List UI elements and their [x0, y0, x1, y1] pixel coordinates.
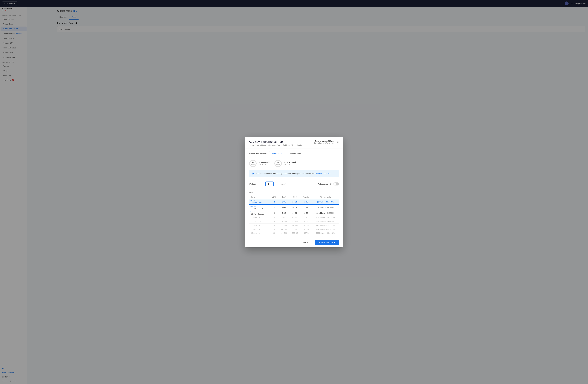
- modal-header-right: Total price: $3.00/mo* *For workers on a…: [314, 140, 339, 144]
- modal-close-button[interactable]: ×: [336, 140, 339, 144]
- col-ssd: SSD: [289, 195, 301, 199]
- tariff-name: Free trialKC Start Light +: [249, 205, 270, 210]
- tariff-cell: 8: [270, 223, 279, 227]
- tariff-cell: 1 GiB: [279, 199, 289, 205]
- modal-body: Worker Pool location: Public cloud 🛡 Pri…: [245, 148, 343, 238]
- autoscaling-value: Off: [330, 183, 332, 185]
- tariff-cell: 600 GB: [289, 227, 301, 231]
- modal-footer: CANCEL ADD NODE POOL: [245, 238, 343, 247]
- tariff-price-cell: $10.00/mo ≈ $0.0149/hr: [312, 205, 339, 210]
- col-transfer: Transfer: [301, 195, 312, 199]
- col-ram: RAM: [279, 195, 289, 199]
- modal-price-note: *For workers on a Public Cloud: [314, 142, 335, 144]
- tariff-name: KC Smart S: [249, 223, 270, 227]
- tariff-price-cell: $150.00/mo ≈ $0.2232/hr: [312, 223, 339, 227]
- workers-increment-button[interactable]: +: [275, 182, 279, 186]
- modal-price-info: Total price: $3.00/mo* *For workers on a…: [314, 140, 335, 144]
- ip-circle: 0% USED: [274, 159, 282, 167]
- col-name: Name: [249, 195, 270, 199]
- modal-header: Add new Kubernetes Pool Here you can add…: [245, 137, 343, 148]
- modal-header-left: Add new Kubernetes Pool Here you can add…: [249, 140, 302, 146]
- info-gear-icon: ⚙: [252, 172, 254, 175]
- workers-decrement-button[interactable]: −: [260, 182, 264, 186]
- vcpu-stat: 0% USED vCPUs avail.: 140 of 140: [249, 159, 271, 167]
- info-banner: ⚙ Number of workers is limited for your …: [249, 170, 339, 177]
- vcpu-circle: 0% USED: [249, 159, 257, 167]
- workers-max: max. 10: [280, 183, 286, 185]
- tariff-row[interactable]: Free trialKC Start Light +22 GiB50 GB2 T…: [249, 205, 339, 210]
- modal-overlay[interactable]: Add new Kubernetes Pool Here you can add…: [0, 0, 588, 384]
- tariff-cell: 2 GiB: [279, 205, 289, 210]
- autoscaling-toggle[interactable]: [334, 182, 339, 185]
- modal-total-price: Total price: $3.00/mo*: [314, 140, 335, 142]
- tariff-price-cell: $3.00/mo ≈ $0.0045/hr: [312, 199, 339, 205]
- tariff-price-cell: $320.00/mo ≈ $0.4762/hr: [312, 231, 339, 235]
- add-node-pool-button[interactable]: ADD NODE POOL: [315, 240, 339, 245]
- tariff-name: Free trialKC Start Light: [249, 199, 270, 205]
- ip-used-pct: 0% USED: [276, 162, 280, 165]
- tariff-cell: 4: [270, 216, 279, 220]
- tariff-table: Name vCPU RAM SSD Transfer Price per wor…: [249, 195, 339, 235]
- workers-label: Workers:: [249, 183, 258, 185]
- tariff-cell: 16 GiB: [279, 220, 289, 223]
- stats-row: 0% USED vCPUs avail.: 140 of 140: [249, 159, 339, 167]
- tariff-name: KC Smart M: [249, 227, 270, 231]
- workers-ctrl: − + max. 10: [260, 182, 286, 186]
- vcpu-used-pct: 0% USED: [251, 162, 254, 165]
- tariff-cell: 25 GB: [289, 199, 301, 205]
- modal-title: Add new Kubernetes Pool: [249, 140, 302, 143]
- workers-input[interactable]: [265, 182, 273, 186]
- tariff-cell: 2: [270, 210, 279, 216]
- modal-subtitle: Here you can add new Kubernetes Pool for…: [249, 144, 302, 146]
- location-tab-private[interactable]: 🛡 Private cloud: [285, 151, 304, 156]
- tariff-cell: 8 GiB: [279, 216, 289, 220]
- tariff-cell: 2: [270, 199, 279, 205]
- tariff-cell: 10 TB: [301, 220, 312, 223]
- tariff-row[interactable]: KC Smart S832 GiB320 GB10 TB$150.00/mo ≈…: [249, 223, 339, 227]
- tariff-cell: 150 GB: [289, 216, 301, 220]
- tariff-name: KC Smart L: [249, 231, 270, 235]
- workers-row: Workers: − + max. 10 Autoscaling: Off: [249, 180, 339, 188]
- tariff-cell: 1 TB: [301, 199, 312, 205]
- tariff-price-cell: $240.00/mo ≈ $0.3571/hr: [312, 227, 339, 231]
- autoscaling-row: Autoscaling: Off: [318, 182, 339, 185]
- tariff-cell: 10 TB: [301, 223, 312, 227]
- col-price: Price per worker: [312, 195, 339, 199]
- tariff-cell: 8: [270, 220, 279, 223]
- tariff-cell: 2 TB: [301, 205, 312, 210]
- tariff-name: KC Smart XS: [249, 220, 270, 223]
- tariff-price-cell: $20.00/mo ≈ $0.0298/hr: [312, 210, 339, 216]
- info-banner-text: Number of workers is limited for your ac…: [256, 173, 330, 175]
- tariff-title: Tariff:: [249, 191, 339, 194]
- vcpu-info: vCPUs avail.: 140 of 140: [259, 161, 271, 165]
- tariff-row[interactable]: Free trialKC Start Light21 GiB25 GB1 TB$…: [249, 199, 339, 205]
- location-label: Worker Pool location:: [249, 153, 267, 155]
- tariff-cell: 12: [270, 227, 279, 231]
- tariff-cell: 12 TB: [301, 231, 312, 235]
- tariff-cell: 4 GiB: [279, 210, 289, 216]
- tariff-row[interactable]: Free trialKC Start Standart24 GiB80 GB3 …: [249, 210, 339, 216]
- ip-info: Total IPs avail.: 10 of 10: [284, 161, 297, 165]
- tariff-name: KC Start Max: [249, 216, 270, 220]
- tariff-row[interactable]: KC Start Max48 GiB150 GB4 TB$40.00/mo ≈ …: [249, 216, 339, 220]
- tariff-cell: 64 GiB: [279, 231, 289, 235]
- tariff-row[interactable]: KC Smart M1248 GiB600 GB10 TB$240.00/mo …: [249, 227, 339, 231]
- tariff-row[interactable]: KC Smart L1664 GiB960 GB12 TB$320.00/mo …: [249, 231, 339, 235]
- autoscaling-label: Autoscaling:: [318, 183, 328, 185]
- tariff-row[interactable]: KC Smart XS816 GiB200 GB10 TB$80.00/mo ≈…: [249, 220, 339, 223]
- need-increase-link[interactable]: Need an increase?: [315, 173, 330, 175]
- tariff-cell: 48 GiB: [279, 227, 289, 231]
- tariff-cell: 80 GB: [289, 210, 301, 216]
- location-row: Worker Pool location: Public cloud 🛡 Pri…: [249, 151, 339, 156]
- tariff-price-cell: $80.00/mo ≈ $0.1190/hr: [312, 220, 339, 223]
- tariff-cell: 2: [270, 205, 279, 210]
- cancel-button[interactable]: CANCEL: [297, 240, 313, 245]
- location-tab-public[interactable]: Public cloud: [269, 151, 285, 156]
- tariff-cell: 10 TB: [301, 227, 312, 231]
- tariff-name: Free trialKC Start Standart: [249, 210, 270, 216]
- tariff-price-cell: $40.00/mo ≈ $0.0595/hr: [312, 216, 339, 220]
- col-vcpu: vCPU: [270, 195, 279, 199]
- tariff-section: Tariff: Name vCPU RAM SSD Transfer Price…: [249, 191, 339, 235]
- tariff-table-header: Name vCPU RAM SSD Transfer Price per wor…: [249, 195, 339, 199]
- tariff-cell: 32 GiB: [279, 223, 289, 227]
